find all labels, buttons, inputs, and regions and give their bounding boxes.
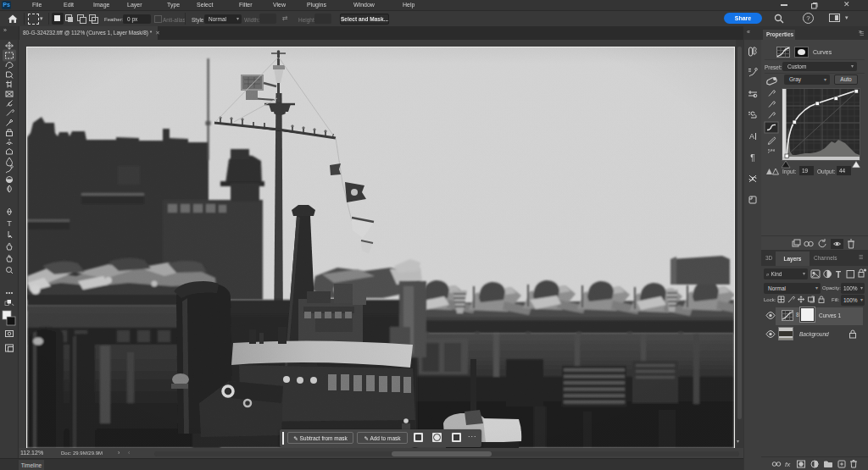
svg-text:T: T <box>7 219 12 228</box>
svg-text:fx: fx <box>785 461 791 468</box>
svg-text:A: A <box>749 132 754 141</box>
svg-text:¶: ¶ <box>750 153 754 163</box>
svg-text:T: T <box>836 270 841 279</box>
